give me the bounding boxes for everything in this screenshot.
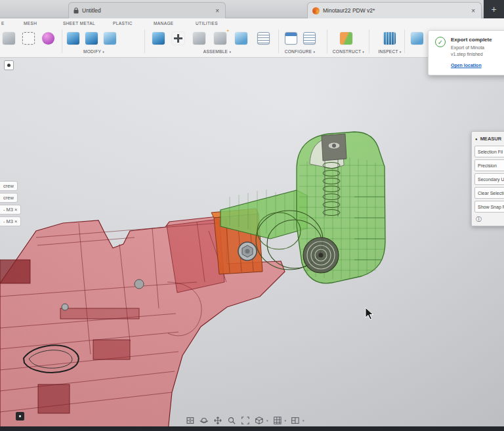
ribbon-group-configure[interactable]: CONFIGURE ▾ <box>276 49 324 54</box>
navigation-bar: ▾ ▾ ▾ <box>186 416 304 425</box>
tab-untitled-label: Untitled <box>82 7 211 14</box>
construct-plane-icon[interactable] <box>340 32 352 45</box>
browser-item-screw-1[interactable]: crew <box>0 181 18 191</box>
browser-item-m3-2[interactable]: - M3 × <box>0 216 21 226</box>
section-analysis-icon[interactable] <box>411 32 423 45</box>
app-window: Untitled × Minotaur22 PDW v2* × + E MESH… <box>0 0 504 431</box>
configuration-table-icon[interactable] <box>303 32 316 45</box>
grip-screw <box>238 242 257 260</box>
chevron-down-icon[interactable]: ▾ <box>284 419 286 422</box>
bom-list-icon[interactable] <box>257 32 270 45</box>
new-tab-button[interactable]: + <box>484 0 504 18</box>
tab-untitled-close-icon[interactable]: × <box>214 7 220 14</box>
file-cabinet-icon[interactable] <box>186 416 195 425</box>
ribbon-group-inspect-label: INSPECT <box>378 49 398 54</box>
pan-icon[interactable] <box>213 416 222 425</box>
notification-line-1: Export of Minota <box>451 45 492 51</box>
browser-item-label: crew <box>3 195 14 201</box>
plus-icon: + <box>491 4 496 14</box>
ribbon-tab-clipped[interactable]: E <box>1 21 5 26</box>
measure-panel-header[interactable]: ● MEASUR <box>474 134 504 144</box>
orbit-icon[interactable] <box>200 416 209 425</box>
console-glyph <box>19 415 21 417</box>
grid-snap-icon[interactable] <box>272 416 282 425</box>
tab-untitled[interactable]: Untitled × <box>68 2 226 18</box>
as-built-joint-icon[interactable]: * <box>214 32 226 45</box>
mouse-cursor <box>365 307 375 320</box>
file-panel-icon[interactable] <box>3 32 15 45</box>
measure-show-snap-points-button[interactable]: Show Snap Po <box>474 201 504 213</box>
os-taskbar <box>0 426 504 431</box>
check-glyph: ✓ <box>438 39 443 46</box>
move-copy-icon[interactable] <box>172 32 184 45</box>
browser-item-label: - M3 × <box>3 207 17 213</box>
browser-toggle-button[interactable] <box>4 60 14 70</box>
chevron-down-icon: ▾ <box>229 50 231 54</box>
measure-panel-title: MEASUR <box>480 136 502 142</box>
measure-panel-footer: ⓘ <box>474 215 504 224</box>
success-check-icon: ✓ <box>435 37 446 47</box>
measure-row-label: Show Snap Po <box>478 205 504 209</box>
ribbon-tab-sheet-metal[interactable]: SHEET METAL <box>63 21 95 26</box>
open-location-link[interactable]: Open location <box>451 63 482 68</box>
measure-row-label: Precision <box>478 163 497 168</box>
fusion-logo-icon <box>312 7 320 14</box>
ribbon-group-construct[interactable]: CONSTRUCT ▾ <box>324 49 373 54</box>
fillet-icon[interactable] <box>85 32 98 45</box>
marquee-select-icon[interactable] <box>22 32 35 45</box>
export-notification: ✓ Export complete Export of Minota v1.st… <box>428 30 504 75</box>
joint-icon[interactable] <box>193 32 205 45</box>
measure-icon[interactable] <box>383 32 396 45</box>
ribbon-tab-manage[interactable]: MANAGE <box>154 21 174 26</box>
browser-toggle-dot-icon <box>7 64 10 67</box>
chevron-down-icon[interactable]: ▾ <box>266 419 268 422</box>
joint-origin-icon[interactable] <box>235 32 247 45</box>
measure-secondary-units-button[interactable]: Secondary U <box>474 173 504 185</box>
ribbon-group-inspect[interactable]: INSPECT ▾ <box>371 49 408 54</box>
fit-view-icon[interactable] <box>241 416 250 425</box>
ribbon-group-modify[interactable]: MODIFY ▾ <box>71 49 117 54</box>
chevron-down-icon[interactable]: ▾ <box>303 419 304 422</box>
ribbon-tab-utilities[interactable]: UTILITIES <box>196 21 218 26</box>
notification-line-2: v1.step finished <box>451 51 492 58</box>
measure-precision-button[interactable]: Precision <box>474 159 504 171</box>
browser-item-screw-2[interactable]: crew <box>0 193 18 203</box>
ribbon-group-configure-label: CONFIGURE <box>285 49 312 54</box>
create-form-icon[interactable] <box>42 32 54 45</box>
shell-icon[interactable] <box>104 32 116 45</box>
tab-document-close-icon[interactable]: × <box>470 7 476 14</box>
viewports-icon[interactable] <box>291 416 300 425</box>
press-pull-icon[interactable] <box>67 32 79 45</box>
tab-document[interactable]: Minotaur22 PDW v2* × <box>307 2 482 18</box>
ribbon-separator <box>62 30 62 53</box>
info-icon[interactable]: ⓘ <box>476 215 482 224</box>
document-tabbar: Untitled × Minotaur22 PDW v2* × + <box>0 0 504 18</box>
measure-row-label: Secondary U <box>478 177 504 182</box>
ribbon-group-assemble-label: ASSEMBLE <box>203 49 228 54</box>
command-console-icon[interactable] <box>16 412 24 421</box>
ribbon-group-construct-label: CONSTRUCT <box>333 49 361 54</box>
measure-row-label: Clear Selectio <box>478 191 504 195</box>
ribbon-separator <box>144 30 145 53</box>
display-settings-icon[interactable] <box>255 416 264 425</box>
chevron-down-icon: ▾ <box>102 50 104 54</box>
measure-panel: ● MEASUR Selection Fil Precision Seconda… <box>471 131 504 226</box>
configuration-icon[interactable] <box>285 32 297 45</box>
new-badge-icon: * <box>226 28 229 35</box>
measure-clear-selection-button[interactable]: Clear Selectio <box>474 187 504 199</box>
combine-icon[interactable] <box>152 32 165 45</box>
chevron-down-icon: ▾ <box>314 50 316 54</box>
measure-row-label: Selection Fil <box>478 150 503 154</box>
ribbon-group-modify-label: MODIFY <box>83 49 101 54</box>
browser-item-m3-1[interactable]: - M3 × <box>0 205 21 215</box>
measure-panel-icon: ● <box>475 137 478 141</box>
chevron-down-icon: ▾ <box>362 50 364 54</box>
ribbon-tab-plastic[interactable]: PLASTIC <box>113 21 133 26</box>
lock-icon <box>74 7 79 14</box>
ribbon-tab-mesh[interactable]: MESH <box>24 21 37 26</box>
zoom-icon[interactable] <box>227 416 236 425</box>
measure-selection-filter-button[interactable]: Selection Fil <box>474 146 504 157</box>
browser-item-label: - M3 × <box>3 218 17 224</box>
tab-document-label: Minotaur22 PDW v2* <box>323 7 467 14</box>
ribbon-group-assemble[interactable]: ASSEMBLE ▾ <box>189 49 245 54</box>
